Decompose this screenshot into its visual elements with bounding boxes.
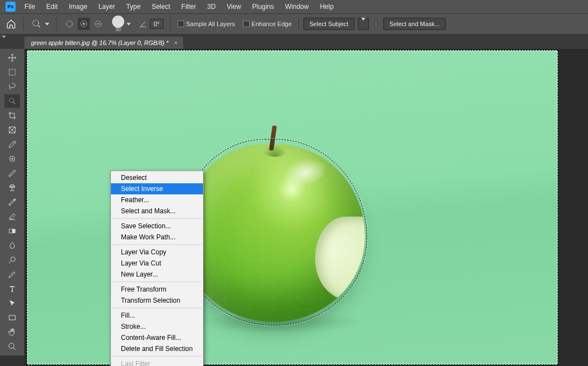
frame-tool[interactable] [4,123,20,137]
select-subject-dropdown[interactable] [358,18,369,30]
select-and-mask-button[interactable]: Select and Mask... [383,18,446,30]
context-menu-item[interactable]: Content-Aware Fill... [111,332,203,343]
brush-size-label: 30 [115,27,121,32]
healing-brush-tool[interactable] [4,152,20,166]
lasso-tool[interactable] [4,80,20,93]
menu-select[interactable]: Select [146,1,175,13]
type-tool[interactable] [4,282,20,295]
zoom-tool[interactable] [4,340,20,353]
svg-rect-10 [9,229,12,233]
context-menu-item[interactable]: Fill... [111,310,203,321]
context-menu-item[interactable]: Select and Mask... [111,205,203,217]
context-menu-item[interactable]: Deselect [111,172,203,183]
divider [23,17,24,31]
eraser-tool[interactable] [4,210,20,223]
history-brush-tool[interactable] [4,195,20,209]
svg-rect-4 [9,69,16,76]
menu-layer[interactable]: Layer [93,1,120,13]
svg-point-13 [9,343,14,348]
brush-circle-icon [112,16,124,28]
menu-image[interactable]: Image [63,1,93,13]
context-menu-item[interactable]: New Layer... [111,269,203,280]
apple-body [182,144,365,322]
photoshop-logo-icon: Ps [6,2,16,12]
pen-tool[interactable] [4,268,20,281]
context-menu-separator [112,244,202,245]
divider [298,17,299,31]
sample-all-layers-checkbox[interactable] [178,21,184,27]
tab-strip-handle-icon[interactable] [0,34,8,39]
menu-filter[interactable]: Filter [176,1,202,13]
context-menu-separator [112,308,202,308]
canvas-area[interactable]: DeselectSelect InverseFeather...Select a… [24,49,588,366]
menu-window[interactable]: Window [280,1,315,13]
menu-plugins[interactable]: Plugins [247,1,280,13]
tool-preset-icon[interactable] [31,18,43,30]
menu-help[interactable]: Help [315,1,339,13]
move-tool[interactable] [4,51,20,64]
enhance-edge-label: Enhance Edge [252,21,292,27]
gradient-tool[interactable] [4,224,20,238]
divider [56,17,57,31]
chevron-down-icon[interactable] [45,23,49,26]
context-menu-item[interactable]: Select Inverse [111,183,203,194]
brush-preview[interactable]: 30 [112,16,124,32]
document-tab-bar: green apple bitten.jpg @ 16.7% (Layer 0,… [0,34,588,49]
menu-type[interactable]: Type [120,1,146,13]
crop-tool[interactable] [4,109,20,122]
add-selection-icon[interactable] [78,18,90,30]
blur-tool[interactable] [4,239,20,252]
home-button[interactable] [3,16,19,32]
brush-angle-input[interactable]: 0° [150,19,164,29]
context-menu-item[interactable]: Delete and Fill Selection [111,343,203,354]
menu-3d[interactable]: 3D [201,1,221,13]
context-menu-item[interactable]: Make Work Path... [111,232,203,243]
enhance-edge-checkbox[interactable] [243,21,250,27]
select-subject-button[interactable]: Select Subject [303,18,354,30]
divider [170,17,171,31]
context-menu-item[interactable]: Feather... [111,194,203,205]
eyedropper-tool[interactable] [4,138,20,151]
svg-point-0 [33,20,39,26]
context-menu-item[interactable]: Layer Via Copy [111,247,203,258]
apple-stem-well [262,144,287,157]
context-menu-item[interactable]: Save Selection... [111,220,203,232]
marquee-tool[interactable] [4,66,20,79]
menu-file[interactable]: File [19,1,40,13]
clone-stamp-tool[interactable] [4,181,20,194]
document-tab[interactable]: green apple bitten.jpg @ 16.7% (Layer 0,… [24,37,183,49]
context-menu-item[interactable]: Transform Selection [111,295,203,306]
new-selection-icon[interactable] [63,18,75,30]
sample-all-layers-label: Sample All Layers [186,21,235,27]
dodge-tool[interactable] [4,253,20,267]
rectangle-tool[interactable] [4,311,20,324]
chevron-down-icon [361,18,366,27]
angle-icon [139,19,148,28]
context-menu-separator [112,356,202,357]
context-menu-separator [112,218,202,219]
menu-edit[interactable]: Edit [40,1,63,13]
chevron-down-icon[interactable] [126,23,131,26]
path-selection-tool[interactable] [4,297,20,310]
options-bar: 30 0° Sample All Layers Enhance Edge Sel… [0,13,588,34]
context-menu-item[interactable]: Layer Via Cut [111,258,203,269]
brush-tool[interactable] [4,167,20,180]
svg-rect-12 [9,315,16,320]
close-icon[interactable]: × [174,39,178,46]
subtract-selection-icon[interactable] [92,18,104,30]
context-menu-separator [112,282,202,282]
document-canvas[interactable] [27,50,558,365]
tools-panel [0,49,24,355]
quick-selection-tool[interactable] [4,94,20,108]
context-menu-item[interactable]: Stroke... [111,321,203,332]
context-menu-item[interactable]: Free Transform [111,284,203,295]
context-menu: DeselectSelect InverseFeather...Select a… [110,171,204,366]
hand-tool[interactable] [4,325,20,339]
document-tab-title: green apple bitten.jpg @ 16.7% (Layer 0,… [31,39,169,46]
svg-point-11 [11,257,15,262]
menu-view[interactable]: View [221,1,247,13]
apple-image [182,122,365,322]
menu-bar: Ps File Edit Image Layer Type Select Fil… [0,0,588,13]
context-menu-item: Last Filter [111,358,203,366]
svg-point-1 [67,21,73,27]
